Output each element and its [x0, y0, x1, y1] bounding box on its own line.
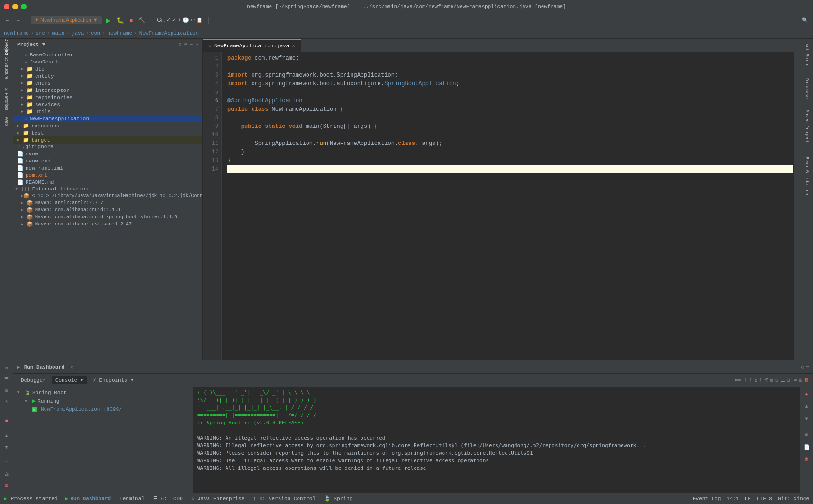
build-button[interactable]: 🔨 — [136, 16, 147, 24]
up-icon[interactable]: ▲ — [1, 431, 12, 441]
tab-todo[interactable]: ☰ 6: TODO — [149, 495, 187, 503]
tree-item-maven-antlr[interactable]: ▶ 📦 Maven: antlr:antlr:2.7.7 — [13, 199, 202, 207]
print-icon[interactable]: 🖨 — [1, 468, 12, 479]
refresh-icon[interactable]: ↻ — [1, 362, 12, 373]
debugger-tab[interactable]: Debugger — [17, 377, 50, 384]
tab-run-dashboard[interactable]: ▶ Run Dashboard — [62, 495, 115, 503]
breadcrumb-main[interactable]: main — [52, 30, 64, 36]
ant-build-panel[interactable]: Ant Build — [804, 41, 810, 70]
breadcrumb-java[interactable]: java — [72, 30, 84, 36]
tab-version-control[interactable]: ↕ 9: Version Control — [249, 495, 319, 503]
tree-item-resources[interactable]: ▶ 📁 resources — [13, 122, 202, 129]
tree-item-test[interactable]: ▶ 📁 test — [13, 129, 202, 136]
tree-item-external-libs[interactable]: ▼ ||| External Libraries — [13, 186, 202, 192]
close-button[interactable] — [4, 4, 9, 9]
sidebar-structure-icon[interactable]: 2: Structure — [1, 63, 12, 74]
wrap-icon[interactable]: ⇌ — [794, 377, 797, 383]
delete-icon[interactable]: 🗑 — [1, 480, 12, 490]
clear-icon[interactable]: 🗑 — [804, 377, 809, 383]
console-btn-2[interactable]: ↓ — [744, 377, 747, 383]
filter-icon[interactable]: ⚗ — [1, 396, 12, 407]
console-btn-5[interactable]: ↕ — [759, 377, 762, 383]
tree-item-pomxml[interactable]: 📄 pom.xml — [13, 171, 202, 179]
tab-spring[interactable]: 🍃 Spring — [320, 495, 356, 503]
stop-button[interactable]: ■ — [128, 17, 135, 24]
run-button[interactable]: ▶ — [104, 16, 113, 25]
database-panel[interactable]: Database — [804, 75, 810, 101]
tree-item-jdk[interactable]: ▶ 📦 < 10 > /Library/Java/JavaVirtualMach… — [13, 192, 202, 199]
tree-item-mvnwcmd[interactable]: 📄 mvnw.cmd — [13, 157, 202, 164]
console-btn-1[interactable]: ⟺ — [734, 377, 742, 383]
event-log[interactable]: Event Log — [693, 496, 721, 502]
console-btn-4[interactable]: ↥ — [754, 377, 758, 383]
console-right-icon-6[interactable]: 🗑 — [802, 454, 812, 465]
tree-item-gitignore[interactable]: # .gitignore — [13, 144, 202, 150]
breadcrumb-newframe[interactable]: newframe — [4, 30, 29, 36]
breadcrumb-src[interactable]: src — [36, 30, 45, 36]
run-config-dropdown[interactable]: ✦ NewFrameApplication ▼ — [31, 16, 102, 24]
tab-terminal[interactable]: Terminal — [116, 495, 148, 503]
tree-item-dto[interactable]: ▶ 📁 dto — [13, 65, 202, 72]
breadcrumb-class[interactable]: NewFrameApplication — [139, 30, 199, 36]
debug-button[interactable]: 🐛 — [115, 16, 126, 25]
tree-item-basecontroller[interactable]: ☕ BaseController — [13, 51, 202, 58]
tree-item-utils[interactable]: ▶ 📁 utils — [13, 108, 202, 115]
console-btn-8[interactable]: ⊡ — [776, 377, 779, 383]
console-btn-6[interactable]: ⟲ — [764, 377, 768, 383]
running-item[interactable]: ▼ ▶ Running — [13, 396, 193, 405]
console-tab[interactable]: Console ▾ — [52, 376, 87, 384]
tree-item-maven-druid[interactable]: ▶ 📦 Maven: com.alibaba:druid:1.1.9 — [13, 207, 202, 214]
console-btn-7[interactable]: ⊠ — [770, 377, 774, 383]
fullscreen-button[interactable] — [21, 4, 27, 9]
minimize-button[interactable] — [12, 4, 18, 9]
pin-icon[interactable]: ■ — [1, 415, 12, 426]
tree-item-maven-fastjson[interactable]: ▶ 📦 Maven: com.alibaba:fastjson:1.2.47 — [13, 221, 202, 228]
back-button[interactable]: ← — [3, 17, 12, 24]
breadcrumb-com[interactable]: com — [91, 30, 100, 36]
tree-item-enums[interactable]: ▶ 📁 enums — [13, 80, 202, 87]
console-right-icon-4[interactable]: ≡ — [802, 430, 812, 440]
tab-newframeapp[interactable]: ☕ NewFrameApplication.java ✕ — [203, 39, 301, 52]
sidebar-project-icon[interactable]: 1: Project — [1, 41, 12, 52]
code-content[interactable]: package com.newframe; import org.springf… — [222, 52, 793, 360]
tree-item-services[interactable]: ▶ 📁 services — [13, 101, 202, 108]
breadcrumb-newframe2[interactable]: newframe — [107, 30, 132, 36]
console-btn-10[interactable]: ⊟ — [787, 377, 790, 383]
tree-item-readme[interactable]: 📄 README.md — [13, 179, 202, 186]
console-right-icon-2[interactable]: ▲ — [802, 401, 812, 412]
tree-item-interceptor[interactable]: ▶ 📁 interceptor — [13, 87, 202, 94]
down-icon[interactable]: ▼ — [1, 442, 12, 452]
console-right-icon-5[interactable]: 📄 — [802, 442, 812, 452]
list-icon[interactable]: ☰ — [1, 374, 12, 384]
forward-button[interactable]: → — [14, 17, 23, 24]
console-right-icon-3[interactable]: ▼ — [802, 414, 812, 424]
tree-item-mvnw[interactable]: 📄 mvnw — [13, 150, 202, 157]
sidebar-web-icon[interactable]: Web — [1, 116, 12, 127]
bean-validation-panel[interactable]: Bean Validation — [804, 154, 810, 198]
console-btn-9[interactable]: ☰ — [780, 377, 785, 383]
tree-item-iml[interactable]: 📄 newframe.iml — [13, 164, 202, 171]
scroll-icon[interactable]: ⊞ — [799, 377, 802, 383]
tab-close-button[interactable]: ✕ — [292, 43, 295, 49]
tab-java-enterprise[interactable]: ☕ Java Enterprise — [188, 495, 248, 503]
minus-icon[interactable]: − — [806, 364, 809, 370]
console-right-icon-1[interactable]: ● — [802, 389, 812, 399]
git-status[interactable]: Git: ✓ ✓ + 🕐 ↩ 📋 — [155, 16, 205, 24]
spring-boot-item[interactable]: ▼ 🍃 Spring Boot — [13, 389, 193, 396]
settings-icon[interactable]: ⚙ — [801, 364, 804, 370]
tree-item-repositories[interactable]: ▶ 📁 repositories — [13, 94, 202, 101]
maven-projects-panel[interactable]: Maven Projects — [804, 107, 810, 149]
tree-item-newframeapp[interactable]: ☕ NewFrameApplication — [13, 115, 202, 122]
endpoints-tab[interactable]: ⚡ Endpoints ▾ — [89, 376, 137, 384]
sidebar-favorites-icon[interactable]: 2: Favorites — [1, 94, 12, 105]
app-item[interactable]: ● NewFrameApplication :8099/ — [13, 405, 193, 413]
search-everywhere[interactable]: 🔍 — [800, 16, 810, 24]
tree-item-jsonresult[interactable]: ☕ JsonResult — [13, 58, 202, 65]
tree-item-maven-druid-spring[interactable]: ▶ 📦 Maven: com.alibaba:druid-spring-boot… — [13, 214, 202, 221]
lines-icon[interactable]: ≡ — [1, 457, 12, 468]
tree-item-target[interactable]: ▶ 📁 target — [13, 136, 202, 144]
console-btn-3[interactable]: ↑ — [749, 377, 752, 383]
close-run-dashboard[interactable]: ✕ — [70, 364, 73, 370]
group-icon[interactable]: ⊞ — [1, 385, 12, 396]
tree-item-entity[interactable]: ▶ 📁 entity — [13, 72, 202, 80]
